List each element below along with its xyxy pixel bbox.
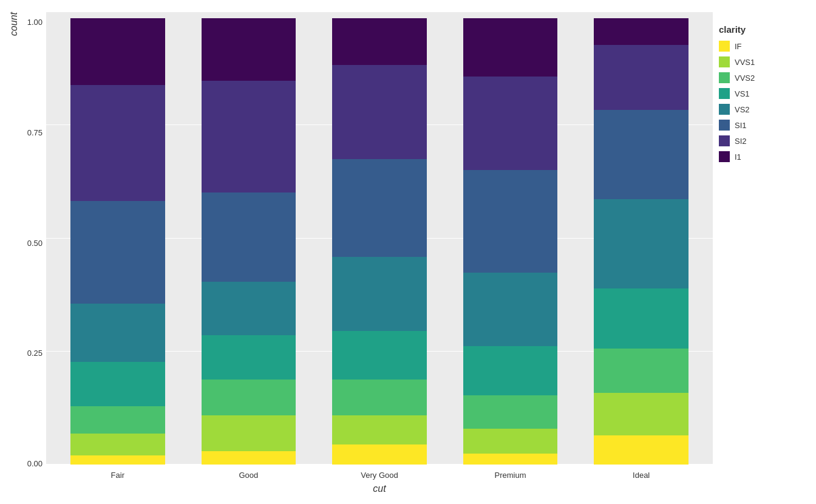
bar-segment-vs2: [332, 257, 427, 330]
bar-group: [576, 18, 707, 465]
bar-group: [445, 18, 576, 465]
y-ticks: 0.000.250.500.751.00: [22, 12, 46, 498]
bar-segment-vvs2: [202, 380, 296, 415]
bar-segment-si1: [202, 192, 296, 282]
bar-segment-vvs2: [332, 380, 427, 415]
legend-color-box: [719, 151, 730, 162]
stacked-bar: [70, 18, 165, 465]
chart-container: count 0.000.250.500.751.00 FairGoodVery …: [0, 0, 816, 504]
stacked-bar: [594, 18, 688, 465]
bar-segment-vs2: [463, 273, 558, 346]
legend-label: SI2: [735, 137, 747, 146]
legend-label: I1: [735, 152, 741, 162]
bar-segment-i1: [463, 18, 558, 77]
bar-segment-si1: [463, 170, 558, 273]
bar-segment-vs2: [202, 282, 296, 335]
bar-segment-si2: [594, 45, 688, 110]
legend-item: VS1: [719, 88, 798, 99]
bar-segment-if: [594, 435, 688, 465]
x-axis-label: cut: [46, 482, 713, 498]
x-tick: Very Good: [314, 468, 445, 482]
bar-segment-si2: [463, 77, 558, 170]
bar-segment-vvs1: [594, 393, 688, 435]
legend-color-box: [719, 135, 730, 146]
bar-segment-vs2: [594, 199, 688, 288]
bar-segment-vs1: [70, 362, 165, 407]
stacked-bar: [202, 18, 296, 465]
bar-segment-si2: [332, 65, 427, 158]
chart-wrapper: count 0.000.250.500.751.00 FairGoodVery …: [6, 12, 810, 498]
legend-item: IF: [719, 41, 798, 52]
y-axis-label: count: [6, 12, 22, 36]
legend-color-box: [719, 41, 730, 52]
bar-segment-vs1: [463, 346, 558, 395]
bars-and-xaxis: FairGoodVery GoodPremiumIdeal cut: [46, 12, 713, 498]
x-tick: Good: [183, 468, 314, 482]
bar-segment-si1: [594, 110, 688, 199]
bar-segment-si1: [332, 159, 427, 257]
bar-segment-if: [332, 444, 427, 465]
plot-inner: 0.000.250.500.751.00 FairGoodVery GoodPr…: [22, 12, 713, 498]
legend-items-container: IFVVS1VVS2VS1VS2SI1SI2I1: [719, 41, 798, 167]
legend-item: I1: [719, 151, 798, 162]
bar-segment-if: [202, 451, 296, 465]
bar-segment-vs2: [70, 304, 165, 362]
bar-group: [314, 18, 445, 465]
bar-segment-si1: [70, 201, 165, 304]
bar-segment-vvs1: [202, 415, 296, 451]
legend-item: VVS2: [719, 72, 798, 83]
legend-label: VS1: [735, 89, 750, 98]
bar-group: [183, 18, 314, 465]
bar-segment-i1: [332, 18, 427, 65]
bar-segment-if: [70, 455, 165, 465]
stacked-bar: [332, 18, 427, 465]
legend-color-box: [719, 104, 730, 115]
grid-line: [46, 12, 713, 12]
x-tick: Fair: [52, 468, 183, 482]
legend-color-box: [719, 120, 730, 131]
y-tick: 1.00: [22, 18, 46, 26]
legend-label: VS2: [735, 105, 750, 114]
x-axis: FairGoodVery GoodPremiumIdeal: [46, 465, 713, 482]
x-tick: Ideal: [576, 468, 707, 482]
bar-segment-vvs1: [70, 434, 165, 456]
bar-segment-i1: [70, 18, 165, 85]
x-tick: Premium: [445, 468, 576, 482]
legend-title: clarity: [719, 24, 798, 35]
bar-segment-i1: [202, 18, 296, 81]
legend-label: SI1: [735, 121, 747, 130]
bar-segment-vs1: [332, 331, 427, 380]
y-tick: 0.25: [22, 349, 46, 357]
bar-segment-si2: [202, 81, 296, 192]
legend-color-box: [719, 56, 730, 67]
legend-item: SI1: [719, 120, 798, 131]
bar-segment-vvs2: [594, 349, 688, 393]
legend-item: SI2: [719, 135, 798, 146]
legend-color-box: [719, 88, 730, 99]
legend-label: VVS2: [735, 73, 755, 83]
bar-group: [52, 18, 183, 465]
legend-item: VS2: [719, 104, 798, 115]
bar-segment-vvs2: [463, 395, 558, 429]
legend-label: IF: [735, 42, 742, 51]
y-tick: 0.00: [22, 460, 46, 468]
bars-grid: [46, 12, 713, 465]
bar-segment-vvs1: [463, 429, 558, 453]
y-tick: 0.75: [22, 129, 46, 137]
legend: clarity IFVVS1VVS2VS1VS2SI1SI2I1: [713, 12, 810, 179]
bar-segment-vs1: [202, 335, 296, 380]
bar-segment-i1: [594, 18, 688, 45]
stacked-bar: [463, 18, 558, 465]
y-tick: 0.50: [22, 239, 46, 247]
legend-color-box: [719, 72, 730, 83]
bar-segment-if: [463, 454, 558, 465]
bar-segment-si2: [70, 85, 165, 201]
legend-label: VVS1: [735, 58, 755, 67]
legend-item: VVS1: [719, 56, 798, 67]
bar-segment-vvs1: [332, 415, 427, 444]
bar-segment-vvs2: [70, 406, 165, 433]
bar-segment-vs1: [594, 288, 688, 349]
